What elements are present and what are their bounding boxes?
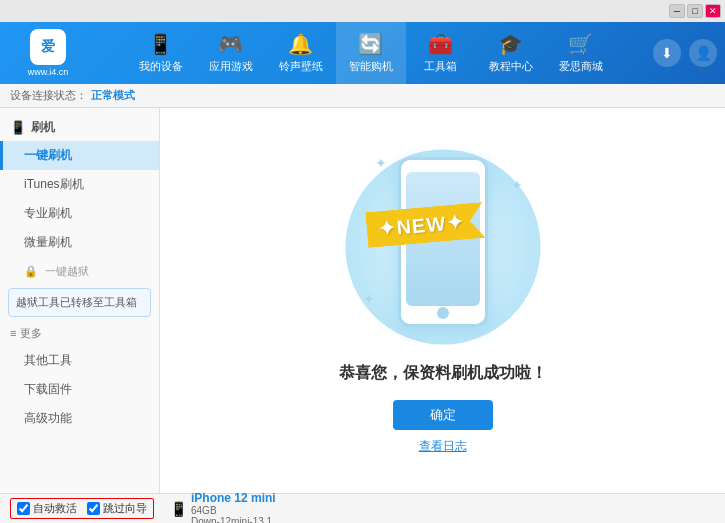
nav-items: 📱 我的设备 🎮 应用游戏 🔔 铃声壁纸 🔄 智能购机 🧰 工具箱 🎓 教程中心… [88,22,653,84]
nav-label-smart-shop: 智能购机 [349,59,393,74]
nav-item-apps-games[interactable]: 🎮 应用游戏 [196,22,266,84]
jailbreak-label: 一键越狱 [45,264,89,279]
device-icon: 📱 [170,501,187,517]
itunes-flash-label: iTunes刷机 [24,177,84,191]
download-firmware-label: 下载固件 [24,382,72,396]
nav-right: ⬇ 👤 [653,39,717,67]
confirm-button[interactable]: 确定 [393,400,493,430]
other-tools-label: 其他工具 [24,353,72,367]
device-model: Down-12mini-13,1 [191,516,276,524]
sparkle-3: ✦ [363,291,375,307]
sidebar-item-pro-flash[interactable]: 专业刷机 [0,199,159,228]
my-device-icon: 📱 [148,32,173,56]
content-area: ✦ ✦ ✦ ✦NEW✦ 恭喜您，保资料刷机成功啦！ 确定 查看日志 [160,108,725,493]
sidebar-section-flash: 📱 刷机 一键刷机 iTunes刷机 专业刷机 微量刷机 [0,114,159,257]
download-button[interactable]: ⬇ [653,39,681,67]
sidebar-more-header: ≡ 更多 [0,321,159,346]
nav-label-ringtone: 铃声壁纸 [279,59,323,74]
sidebar-jailbreak-notice: 越狱工具已转移至工具箱 [8,288,151,317]
sidebar-jailbreak-disabled: 🔒 一键越狱 [0,259,159,284]
header: 爱 www.i4.cn 📱 我的设备 🎮 应用游戏 🔔 铃声壁纸 🔄 智能购机 … [0,22,725,84]
device-name: iPhone 12 mini [191,491,276,505]
one-click-flash-label: 一键刷机 [24,148,72,162]
logo-icon: 爱 [30,29,66,65]
skip-wizard-checkbox-item[interactable]: 跳过向导 [87,501,147,516]
jailbreak-notice-text: 越狱工具已转移至工具箱 [16,296,137,308]
sidebar-item-download-firmware[interactable]: 下载固件 [0,375,159,404]
maximize-button[interactable]: □ [687,4,703,18]
title-bar: ─ □ ✕ [0,0,725,22]
sparkle-1: ✦ [375,155,387,171]
status-value: 正常模式 [91,88,135,103]
tutorial-icon: 🎓 [498,32,523,56]
skip-wizard-label: 跳过向导 [103,501,147,516]
bottom-row1: 自动救活 跳过向导 📱 iPhone 12 mini 64GB Down-12m… [0,494,725,523]
more-section-icon: ≡ [10,327,16,339]
close-button[interactable]: ✕ [705,4,721,18]
nav-item-toolbox[interactable]: 🧰 工具箱 [406,22,476,84]
nav-item-ringtone-wallpaper[interactable]: 🔔 铃声壁纸 [266,22,336,84]
success-illustration: ✦ ✦ ✦ ✦NEW✦ [343,147,543,347]
skip-wizard-checkbox[interactable] [87,502,100,515]
auto-jump-label: 自动救活 [33,501,77,516]
flash-section-icon: 📱 [10,120,26,135]
toolbox-icon: 🧰 [428,32,453,56]
logo-site: www.i4.cn [28,67,69,77]
device-storage: 64GB [191,505,276,516]
nav-label-apps-games: 应用游戏 [209,59,253,74]
lock-icon: 🔒 [24,265,38,278]
checkbox-group: 自动救活 跳过向导 [10,498,154,519]
nav-label-love-mall: 爱思商城 [559,59,603,74]
device-section: 📱 iPhone 12 mini 64GB Down-12mini-13,1 [170,491,276,524]
nav-label-my-device: 我的设备 [139,59,183,74]
save-flash-label: 微量刷机 [24,235,72,249]
sidebar-item-other-tools[interactable]: 其他工具 [0,346,159,375]
sidebar-section-jailbreak: 🔒 一键越狱 越狱工具已转移至工具箱 [0,259,159,317]
nav-item-love-mall[interactable]: 🛒 爱思商城 [546,22,616,84]
sidebar-item-advanced[interactable]: 高级功能 [0,404,159,433]
sparkle-2: ✦ [511,177,523,193]
logo[interactable]: 爱 www.i4.cn [8,29,88,77]
ringtone-icon: 🔔 [288,32,313,56]
auto-jump-checkbox-item[interactable]: 自动救活 [17,501,77,516]
advanced-label: 高级功能 [24,411,72,425]
status-bar: 设备连接状态： 正常模式 [0,84,725,108]
nav-item-smart-shop[interactable]: 🔄 智能购机 [336,22,406,84]
sidebar-item-itunes-flash[interactable]: iTunes刷机 [0,170,159,199]
view-log-link[interactable]: 查看日志 [419,438,467,455]
sidebar-flash-label: 刷机 [31,119,55,136]
sidebar-section-more: ≡ 更多 其他工具 下载固件 高级功能 [0,321,159,433]
minimize-button[interactable]: ─ [669,4,685,18]
sidebar-item-one-click-flash[interactable]: 一键刷机 [0,141,159,170]
status-label: 设备连接状态： [10,88,87,103]
sidebar-item-save-flash[interactable]: 微量刷机 [0,228,159,257]
smart-shop-icon: 🔄 [358,32,383,56]
sidebar-section-flash-header: 📱 刷机 [0,114,159,141]
apps-games-icon: 🎮 [218,32,243,56]
love-mall-icon: 🛒 [568,32,593,56]
auto-jump-checkbox[interactable] [17,502,30,515]
phone-home-button [437,307,449,319]
nav-label-tutorial: 教程中心 [489,59,533,74]
nav-item-tutorial[interactable]: 🎓 教程中心 [476,22,546,84]
more-section-label: 更多 [20,326,42,341]
user-button[interactable]: 👤 [689,39,717,67]
full-bottom: 自动救活 跳过向导 📱 iPhone 12 mini 64GB Down-12m… [0,493,725,523]
nav-item-my-device[interactable]: 📱 我的设备 [126,22,196,84]
main-body: 📱 刷机 一键刷机 iTunes刷机 专业刷机 微量刷机 🔒 一键越狱 [0,108,725,493]
sidebar: 📱 刷机 一键刷机 iTunes刷机 专业刷机 微量刷机 🔒 一键越狱 [0,108,160,493]
pro-flash-label: 专业刷机 [24,206,72,220]
success-message: 恭喜您，保资料刷机成功啦！ [339,363,547,384]
nav-label-toolbox: 工具箱 [424,59,457,74]
